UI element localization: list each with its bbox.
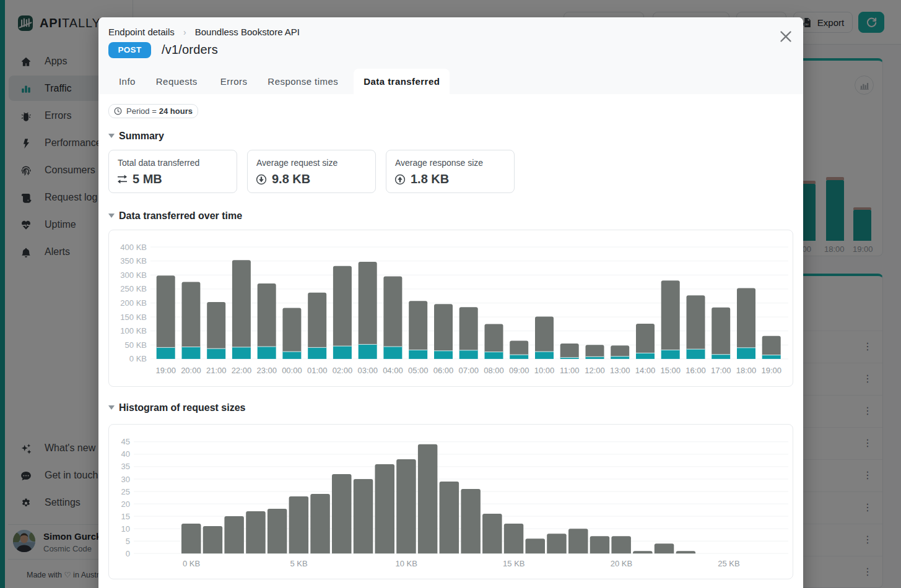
svg-text:05:00: 05:00 (408, 366, 429, 375)
svg-text:0 KB: 0 KB (183, 559, 200, 568)
svg-text:15:00: 15:00 (660, 366, 681, 375)
svg-text:45: 45 (121, 437, 130, 446)
svg-text:0 KB: 0 KB (129, 354, 147, 363)
svg-text:100 KB: 100 KB (120, 326, 147, 335)
svg-text:20: 20 (121, 499, 130, 509)
svg-text:13:00: 13:00 (610, 366, 630, 375)
svg-text:12:00: 12:00 (585, 366, 605, 375)
svg-text:03:00: 03:00 (357, 366, 378, 375)
svg-text:15: 15 (121, 512, 130, 521)
svg-text:14:00: 14:00 (635, 366, 656, 375)
svg-text:150 KB: 150 KB (120, 313, 147, 322)
svg-text:22:00: 22:00 (232, 366, 252, 375)
svg-text:19:00: 19:00 (761, 366, 781, 375)
svg-text:250 KB: 250 KB (120, 284, 147, 293)
svg-text:350 KB: 350 KB (120, 256, 147, 266)
svg-text:09:00: 09:00 (509, 366, 529, 375)
svg-text:0: 0 (126, 549, 130, 558)
svg-text:300 KB: 300 KB (120, 270, 147, 280)
svg-text:35: 35 (121, 462, 130, 471)
svg-text:5: 5 (126, 537, 130, 546)
svg-text:10:00: 10:00 (534, 366, 555, 375)
svg-text:17:00: 17:00 (711, 366, 731, 375)
svg-text:19:00: 19:00 (155, 366, 176, 375)
svg-text:40: 40 (121, 449, 130, 459)
svg-text:5 KB: 5 KB (290, 559, 308, 568)
svg-text:30: 30 (121, 475, 130, 484)
svg-text:23:00: 23:00 (256, 366, 277, 375)
svg-text:400 KB: 400 KB (120, 243, 147, 252)
svg-text:06:00: 06:00 (433, 366, 454, 375)
svg-text:02:00: 02:00 (333, 366, 353, 375)
svg-text:25: 25 (121, 487, 130, 496)
svg-text:16:00: 16:00 (686, 366, 706, 375)
svg-text:04:00: 04:00 (383, 366, 403, 375)
svg-text:10 KB: 10 KB (395, 559, 417, 568)
svg-text:200 KB: 200 KB (120, 298, 147, 308)
svg-text:15 KB: 15 KB (503, 559, 524, 568)
svg-text:25 KB: 25 KB (718, 559, 739, 568)
svg-text:10: 10 (121, 524, 130, 534)
svg-text:20 KB: 20 KB (611, 559, 632, 568)
svg-text:50 KB: 50 KB (125, 340, 147, 350)
svg-text:07:00: 07:00 (458, 366, 479, 375)
svg-text:21:00: 21:00 (206, 366, 227, 375)
svg-text:20:00: 20:00 (181, 366, 201, 375)
svg-text:11:00: 11:00 (560, 366, 580, 375)
svg-text:18:00: 18:00 (736, 366, 757, 375)
svg-text:00:00: 00:00 (282, 366, 302, 375)
svg-text:08:00: 08:00 (484, 366, 504, 375)
svg-text:01:00: 01:00 (307, 366, 328, 375)
